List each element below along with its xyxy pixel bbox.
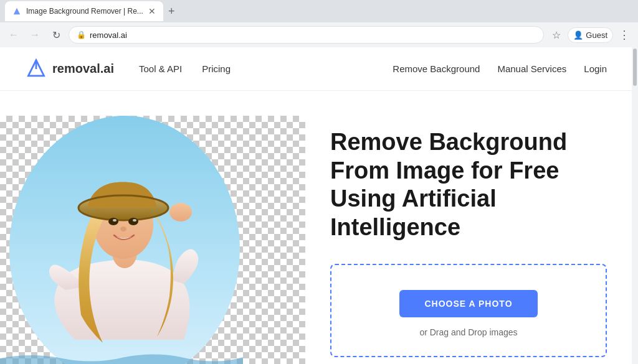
active-tab[interactable]: Image Background Remover | Re... ✕ [5, 1, 163, 21]
svg-point-9 [108, 218, 118, 225]
pricing-link[interactable]: Pricing [202, 63, 231, 74]
lock-icon: 🔒 [77, 30, 86, 39]
upload-box[interactable]: CHOOSE A PHOTO or Drag and Drop images [330, 264, 607, 357]
bookmark-button[interactable]: ☆ [548, 26, 565, 44]
hero-section: Remove Background From Image for Free Us… [0, 91, 632, 364]
hero-image-container [0, 116, 305, 364]
choose-photo-button[interactable]: CHOOSE A PHOTO [399, 290, 537, 317]
profile-button[interactable]: 👤 Guest [568, 27, 613, 43]
manual-services-link[interactable]: Manual Services [497, 63, 566, 74]
website-content: removal.ai Tool & API Pricing Remove Bac… [0, 47, 632, 364]
forward-button[interactable]: → [26, 26, 44, 44]
back-button[interactable]: ← [5, 26, 22, 44]
refresh-button[interactable]: ↻ [47, 26, 65, 44]
hero-title: Remove Background From Image for Free Us… [330, 128, 607, 241]
woman-figure [0, 116, 305, 364]
svg-point-13 [120, 226, 126, 231]
scrollbar[interactable] [632, 47, 638, 364]
tab-title: Image Background Remover | Re... [26, 7, 143, 16]
profile-icon: 👤 [573, 30, 583, 40]
tab-close-button[interactable]: ✕ [148, 6, 156, 16]
profile-label: Guest [586, 30, 607, 40]
logo-icon [25, 58, 47, 80]
svg-point-10 [128, 218, 138, 225]
more-button[interactable]: ⋮ [616, 26, 633, 44]
address-bar[interactable]: 🔒 removal.ai [69, 26, 544, 44]
tab-bar: Image Background Remover | Re... ✕ + [0, 0, 638, 22]
url-text: removal.ai [90, 30, 536, 40]
tab-favicon [12, 7, 21, 16]
hero-image [0, 116, 305, 364]
svg-marker-0 [14, 8, 21, 15]
new-tab-button[interactable]: + [168, 5, 175, 18]
nav-right-controls: ☆ 👤 Guest ⋮ [548, 26, 633, 44]
tool-api-link[interactable]: Tool & API [139, 63, 182, 74]
hero-right: Remove Background From Image for Free Us… [305, 116, 607, 364]
remove-background-link[interactable]: Remove Background [393, 63, 480, 74]
browser-chrome: Image Background Remover | Re... ✕ + ← →… [0, 0, 638, 47]
login-button[interactable]: Login [584, 63, 607, 74]
svg-point-14 [169, 203, 192, 222]
scrollbar-thumb[interactable] [633, 49, 637, 86]
logo-link[interactable]: removal.ai [25, 58, 114, 80]
nav-bar: ← → ↻ 🔒 removal.ai ☆ 👤 Guest ⋮ [0, 22, 638, 47]
logo-text: removal.ai [52, 62, 114, 76]
nav-right-links: Remove Background Manual Services Login [393, 63, 607, 74]
drag-drop-text: or Drag and Drop images [344, 327, 593, 337]
svg-point-12 [133, 219, 136, 222]
svg-point-11 [113, 219, 117, 222]
site-header: removal.ai Tool & API Pricing Remove Bac… [0, 47, 632, 91]
nav-links: Tool & API Pricing [139, 63, 393, 74]
